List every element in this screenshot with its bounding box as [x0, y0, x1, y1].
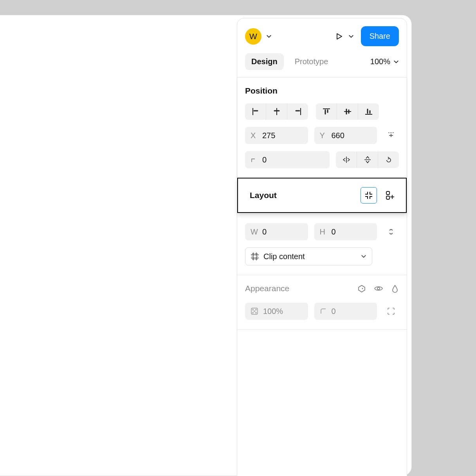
svg-point-30	[362, 288, 363, 289]
tab-prototype-label: Prototype	[295, 57, 328, 66]
w-label: W	[251, 227, 258, 236]
absolute-position-button[interactable]	[383, 127, 399, 144]
h-label: H	[320, 227, 327, 236]
zoom-value: 100%	[370, 57, 390, 66]
svg-rect-20	[386, 191, 389, 195]
y-input[interactable]: Y 660	[314, 127, 377, 144]
corner-radius-value: 0	[332, 307, 336, 316]
corner-radius-icon	[320, 308, 327, 315]
tab-design-label: Design	[251, 57, 278, 66]
flip-vertical-icon	[363, 155, 372, 164]
eye-icon	[374, 284, 383, 293]
svg-rect-34	[255, 309, 257, 310]
resize-to-fit-button[interactable]	[361, 187, 377, 204]
align-top-button[interactable]	[316, 103, 337, 120]
svg-point-31	[377, 287, 380, 290]
clip-content-dropdown[interactable]: Clip content	[245, 247, 372, 265]
opacity-icon	[251, 307, 258, 315]
align-center-h-icon	[272, 107, 281, 116]
x-input[interactable]: X 275	[245, 127, 308, 144]
rotate-90-button[interactable]	[378, 151, 399, 168]
vertical-align-group	[316, 103, 379, 120]
height-input[interactable]: H 0	[314, 223, 377, 240]
independent-corners-button[interactable]	[383, 303, 399, 320]
svg-rect-36	[252, 312, 254, 314]
absolute-position-icon	[387, 131, 395, 140]
align-center-h-button[interactable]	[266, 103, 287, 120]
effects-button[interactable]	[391, 284, 399, 293]
play-button[interactable]	[334, 31, 344, 42]
blend-mode-button[interactable]	[357, 284, 366, 293]
link-icon	[387, 227, 395, 236]
x-label: X	[251, 131, 258, 140]
width-input[interactable]: W 0	[245, 223, 308, 240]
position-section: Position	[237, 78, 407, 178]
x-value: 275	[262, 131, 275, 140]
svg-rect-35	[254, 310, 255, 312]
tab-design[interactable]: Design	[245, 53, 284, 70]
rotation-icon	[251, 156, 258, 163]
opacity-input[interactable]: 100%	[245, 303, 308, 320]
h-value: 0	[332, 227, 336, 236]
align-left-button[interactable]	[245, 103, 266, 120]
droplet-icon	[391, 284, 399, 293]
constrain-proportions-button[interactable]	[383, 223, 399, 240]
svg-rect-21	[386, 196, 389, 199]
w-value: 0	[262, 227, 267, 236]
align-bottom-icon	[364, 107, 373, 116]
align-right-button[interactable]	[287, 103, 308, 120]
chevron-down-icon	[393, 59, 399, 65]
flip-horizontal-button[interactable]	[336, 151, 357, 168]
layout-section-body: W 0 H 0	[237, 213, 407, 275]
tab-prototype[interactable]: Prototype	[288, 53, 335, 70]
visibility-button[interactable]	[374, 284, 383, 293]
avatar-chevron-icon[interactable]	[266, 34, 272, 39]
corner-radius-input[interactable]: 0	[314, 303, 377, 320]
opacity-value: 100%	[263, 307, 283, 316]
align-left-icon	[251, 107, 260, 116]
rotation-value: 0	[262, 155, 267, 164]
avatar-initial: W	[249, 32, 257, 41]
rotation-input[interactable]: 0	[245, 151, 330, 168]
align-top-icon	[322, 107, 331, 116]
layout-section-header: Layout	[237, 178, 407, 213]
user-avatar[interactable]: W	[245, 28, 261, 45]
add-auto-layout-button[interactable]	[382, 188, 398, 203]
align-center-v-icon	[343, 107, 352, 116]
zoom-dropdown[interactable]: 100%	[370, 57, 399, 66]
clip-icon	[251, 252, 259, 260]
svg-rect-37	[255, 312, 257, 314]
horizontal-align-group	[245, 103, 308, 120]
svg-rect-24	[252, 254, 258, 259]
blend-mode-icon	[357, 284, 366, 293]
share-label: Share	[370, 32, 390, 40]
sidebar-topbar: W Share	[237, 18, 407, 53]
share-button[interactable]: Share	[361, 26, 399, 46]
play-icon	[335, 32, 343, 41]
independent-corners-icon	[387, 307, 395, 316]
panel-tabs: Design Prototype 100%	[237, 53, 407, 78]
align-center-v-button[interactable]	[337, 103, 358, 120]
flip-vertical-button[interactable]	[357, 151, 378, 168]
layout-title: Layout	[250, 191, 361, 200]
appearance-section: Appearance	[237, 275, 407, 330]
y-label: Y	[320, 131, 327, 140]
y-value: 660	[332, 131, 344, 140]
align-bottom-button[interactable]	[358, 103, 379, 120]
svg-rect-33	[252, 309, 254, 310]
svg-marker-29	[359, 285, 365, 292]
transform-group	[336, 151, 399, 168]
position-title: Position	[245, 86, 399, 96]
rotate-90-icon	[384, 155, 393, 164]
auto-layout-add-icon	[385, 190, 395, 200]
clip-label: Clip content	[263, 252, 361, 261]
play-chevron-icon[interactable]	[348, 34, 354, 39]
appearance-title: Appearance	[245, 284, 357, 293]
resize-to-fit-icon	[364, 190, 374, 200]
chevron-down-icon	[361, 254, 366, 259]
inspector-sidebar: W Share Design Prototype 100%	[237, 18, 407, 476]
flip-horizontal-icon	[342, 155, 351, 164]
align-right-icon	[294, 107, 302, 116]
